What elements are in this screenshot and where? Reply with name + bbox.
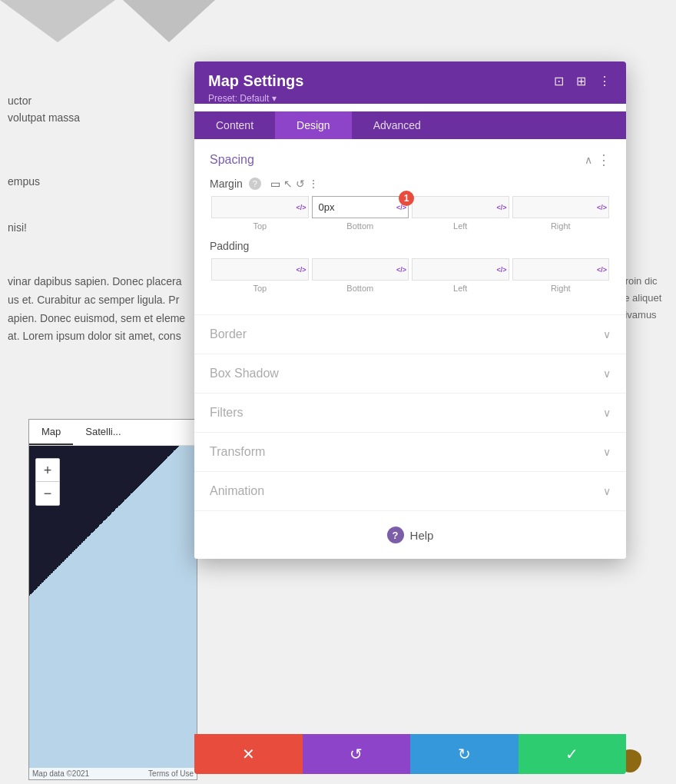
redo-button[interactable]: ↻ — [410, 734, 519, 774]
map-tab-satellite[interactable]: Satelli... — [73, 420, 133, 445]
border-chevron: ∨ — [603, 328, 611, 341]
padding-bottom-input[interactable] — [313, 259, 409, 280]
margin-label: Margin — [210, 178, 243, 190]
map-widget: Map Satelli... + − Map data ©2021 Terms … — [28, 419, 197, 780]
margin-more-icon[interactable]: ⋮ — [308, 178, 319, 190]
margin-top-input[interactable] — [212, 197, 308, 218]
transform-chevron: ∨ — [603, 446, 611, 458]
padding-left-cell: </> — [412, 258, 509, 281]
tab-design[interactable]: Design — [275, 111, 352, 139]
map-tabs: Map Satelli... — [29, 420, 197, 446]
filters-chevron: ∨ — [603, 407, 611, 419]
transform-section[interactable]: Transform ∨ — [194, 433, 626, 472]
margin-right-cell: </> — [512, 196, 610, 218]
animation-section[interactable]: Animation ∨ — [194, 472, 626, 511]
transform-title: Transform — [210, 445, 265, 459]
spacing-section-controls: ∧ ⋮ — [585, 151, 611, 168]
margin-right-code[interactable]: </> — [597, 204, 607, 211]
spacing-more-icon[interactable]: ⋮ — [597, 151, 611, 168]
reset-button[interactable]: ↺ — [303, 734, 411, 774]
help-circle-icon: ? — [387, 527, 404, 543]
padding-left-label: Left — [412, 284, 509, 293]
padding-labels: Top Bottom Left Right — [210, 284, 611, 293]
modal-tabs: Content Design Advanced — [194, 111, 626, 139]
margin-labels: Top Bottom Left Right — [210, 221, 611, 231]
map-zoom-in[interactable]: + — [36, 459, 59, 482]
spacing-section-title: Spacing — [210, 153, 254, 167]
padding-inputs: </> </> </> </> — [210, 258, 611, 281]
margin-left-label: Left — [412, 221, 509, 231]
padding-top-label: Top — [211, 284, 309, 293]
margin-bottom-input[interactable] — [313, 197, 409, 218]
padding-right-label: Right — [512, 284, 610, 293]
map-body: + − — [29, 446, 197, 778]
help-footer: ? Help — [194, 511, 626, 559]
bottom-action-bar: ✕ ↺ ↻ ✓ — [194, 734, 626, 774]
tab-content[interactable]: Content — [194, 111, 275, 139]
padding-bottom-label: Bottom — [312, 284, 409, 293]
map-controls: + − — [35, 458, 60, 506]
filters-title: Filters — [210, 406, 244, 420]
padding-left-code[interactable]: </> — [496, 266, 506, 274]
margin-bottom-label: Bottom — [312, 221, 409, 231]
bg-text-3: nisi! — [8, 219, 27, 236]
cursor-icon[interactable]: ↖ — [283, 178, 293, 190]
spacing-section: Spacing ∧ ⋮ Margin ? ▭ ↖ ↺ ⋮ — [194, 139, 626, 315]
margin-top-code[interactable]: </> — [296, 204, 306, 211]
margin-right-input[interactable] — [513, 197, 609, 218]
modal-title-row: Map Settings ⊡ ⊞ ⋮ — [208, 72, 612, 90]
margin-subsection: Margin ? ▭ ↖ ↺ ⋮ — [210, 178, 611, 190]
margin-right-label: Right — [512, 221, 610, 231]
bg-text-right: Proin dic ue aliquet Vivamus — [618, 273, 672, 324]
modal-title: Map Settings — [208, 72, 303, 90]
padding-subsection: Padding — [210, 240, 611, 252]
reset-icon[interactable]: ↺ — [296, 178, 305, 190]
confirm-button[interactable]: ✓ — [519, 734, 627, 774]
filters-section[interactable]: Filters ∨ — [194, 394, 626, 433]
animation-title: Animation — [210, 484, 264, 498]
bg-triangle-left — [0, 0, 115, 42]
map-tab-map[interactable]: Map — [29, 420, 73, 445]
bg-text-4: vinar dapibus sapien. Donec placera us e… — [8, 273, 204, 346]
padding-right-cell: </> — [512, 258, 610, 281]
padding-right-code[interactable]: </> — [597, 266, 607, 274]
spacing-section-header: Spacing ∧ ⋮ — [210, 151, 611, 168]
padding-bottom-cell: </> — [312, 258, 409, 281]
modal-header-icons: ⊡ ⊞ ⋮ — [552, 72, 612, 90]
more-options-icon[interactable]: ⋮ — [597, 72, 612, 90]
bg-text-2: empus — [8, 173, 40, 190]
box-shadow-title: Box Shadow — [210, 367, 279, 380]
device-icons: ▭ ↖ ↺ ⋮ — [270, 178, 319, 190]
preset-selector[interactable]: Preset: Default ▾ — [208, 93, 612, 104]
border-section[interactable]: Border ∨ — [194, 315, 626, 354]
modal-header: Map Settings ⊡ ⊞ ⋮ Preset: Default ▾ — [194, 61, 626, 104]
box-shadow-chevron: ∨ — [603, 367, 611, 380]
map-settings-modal: Map Settings ⊡ ⊞ ⋮ Preset: Default ▾ Con… — [194, 61, 626, 559]
spacing-collapse-icon[interactable]: ∧ — [585, 154, 592, 166]
margin-bottom-cell: </> 1 — [312, 196, 409, 218]
padding-left-input[interactable] — [413, 259, 509, 280]
cancel-button[interactable]: ✕ — [194, 734, 303, 774]
animation-chevron: ∨ — [603, 485, 611, 497]
bg-triangle-right — [123, 0, 215, 42]
desktop-icon[interactable]: ▭ — [270, 178, 280, 190]
padding-top-code[interactable]: </> — [296, 266, 306, 274]
responsive-icon[interactable]: ⊡ — [552, 72, 565, 90]
margin-inputs: </> </> 1 </> </> — [210, 196, 611, 218]
margin-help-icon[interactable]: ? — [249, 178, 261, 190]
margin-top-cell: </> — [211, 196, 309, 218]
help-label[interactable]: Help — [410, 529, 434, 542]
padding-top-cell: </> — [211, 258, 309, 281]
map-zoom-out[interactable]: − — [36, 482, 59, 505]
columns-icon[interactable]: ⊞ — [575, 72, 588, 90]
margin-left-code[interactable]: </> — [496, 204, 506, 211]
padding-right-input[interactable] — [513, 259, 609, 280]
margin-left-cell: </> — [412, 196, 509, 218]
padding-bottom-code[interactable]: </> — [396, 266, 406, 274]
tab-advanced[interactable]: Advanced — [352, 111, 442, 139]
border-title: Border — [210, 327, 247, 341]
bg-text-1: uctor volutpat massa — [8, 92, 80, 127]
padding-top-input[interactable] — [212, 259, 308, 280]
margin-left-input[interactable] — [413, 197, 509, 218]
box-shadow-section[interactable]: Box Shadow ∨ — [194, 354, 626, 394]
